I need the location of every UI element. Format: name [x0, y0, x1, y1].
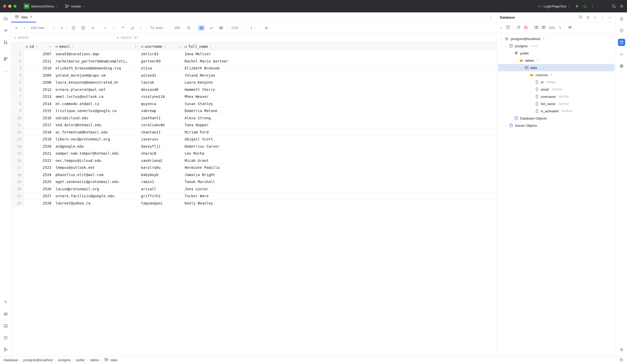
lock-button[interactable]	[618, 346, 625, 353]
cell-email[interactable]: ac@google.edu	[53, 143, 139, 150]
table-row[interactable]: 15 2521 semper.nam.tempor@hotmail.edu sh…	[11, 150, 497, 157]
chart-view-button[interactable]	[208, 25, 215, 31]
cell-id[interactable]: 2516	[24, 115, 53, 122]
settings-button[interactable]	[619, 4, 624, 9]
find-button[interactable]	[185, 25, 192, 31]
transpose-button[interactable]	[217, 25, 225, 31]
grid-body[interactable]: 1 2507 zana93@vacations.dqe zmltzr93 Zan…	[11, 51, 497, 356]
tree-datasource[interactable]: ⌄🐘postgres@localhost1	[498, 35, 615, 42]
revert-button[interactable]: ↶	[120, 25, 126, 30]
cell-fullname[interactable]: Demetrius Carver	[183, 143, 497, 150]
table-view-button[interactable]	[198, 25, 205, 31]
filter-icon[interactable]: ▾	[72, 45, 74, 48]
tree-column[interactable]: full_namevarchar	[498, 100, 615, 107]
tree-column[interactable]: is_activatedboolean	[498, 107, 615, 115]
tree-schema[interactable]: ⌄public	[498, 50, 615, 57]
cell-username[interactable]: sabrewp	[139, 107, 183, 114]
cell-email[interactable]: elizbeth_breesem@demanding.tvq	[53, 65, 139, 72]
download-button[interactable]: ⤓ ⌄	[248, 25, 257, 30]
cell-fullname[interactable]: Jamalia Bright	[183, 171, 497, 178]
cell-username[interactable]: el1za	[139, 65, 183, 72]
cell-username[interactable]: sandrianql	[139, 157, 183, 164]
terminal-tool-button[interactable]	[2, 322, 9, 329]
minimize-window-button[interactable]	[8, 5, 11, 8]
cell-fullname[interactable]: Micah Grant	[183, 157, 497, 164]
cell-id[interactable]: 2514	[24, 100, 53, 107]
cell-fullname[interactable]: Tucker Ware	[183, 193, 497, 200]
export-format-selector[interactable]: CSV ⌄	[230, 25, 243, 30]
breadcrumb[interactable]: Database	[4, 358, 18, 362]
services-tool-button[interactable]	[2, 310, 9, 318]
cell-email[interactable]: laoreet@yahoo.ca	[53, 200, 139, 207]
database-tool-button[interactable]	[618, 39, 625, 46]
table-row[interactable]: 10 2516 odio@icloud.edu joathan7i Alexa …	[11, 115, 497, 122]
sort-icon[interactable]: ⇅	[49, 45, 51, 48]
cell-id[interactable]: 2528	[24, 200, 53, 207]
cell-email[interactable]: ornare.placerat@aol.net	[53, 86, 139, 93]
cell-email[interactable]: lacus@protonmail.org	[53, 186, 139, 193]
cell-fullname[interactable]: Hammett Cherry	[183, 86, 497, 93]
cell-username[interactable]: griffith1	[139, 193, 183, 200]
table-row[interactable]: 1 2507 zana93@vacations.dqe zmltzr93 Zan…	[11, 51, 497, 58]
column-header-id[interactable]: ▭id▾⇅	[24, 42, 53, 50]
submit-button[interactable]	[129, 25, 136, 31]
table-row[interactable]: 3 2510 elizbeth_breesem@demanding.tvq el…	[11, 65, 497, 72]
run-config-selector[interactable]: </> LogInPageTest ⌄	[535, 3, 572, 10]
table-row[interactable]: 13 2519 libero.nec@protonmail.org javaru…	[11, 136, 497, 143]
table-row[interactable]: 7 2513 amet.luctus@outlook.ca rozalynwi1…	[11, 93, 497, 100]
expand-collapse-button[interactable]: ⇅	[586, 15, 591, 19]
cell-fullname[interactable]: Tanek Marshall	[183, 178, 497, 185]
web-tool-button[interactable]	[618, 62, 625, 70]
cell-fullname[interactable]: Tana Hopper	[183, 122, 497, 129]
table-row[interactable]: 9 2515 tristique.senectus@google.ca sabr…	[11, 107, 497, 115]
disconnect-button[interactable]	[524, 25, 528, 30]
cell-fullname[interactable]: Jena Lester	[183, 186, 497, 193]
cell-username[interactable]: sharai8	[139, 150, 183, 157]
cell-username[interactable]: coraliakv8e	[139, 122, 183, 129]
table-row[interactable]: 8 2514 et.commodo.at@aol.ca quyenca Susa…	[11, 100, 497, 108]
cell-username[interactable]: gartner89	[139, 58, 183, 65]
cell-id[interactable]: 2518	[24, 129, 53, 136]
tree-server-objects[interactable]: ›Server Objects	[498, 122, 615, 129]
tree-column[interactable]: usernamevarchar	[498, 93, 615, 100]
breadcrumb[interactable]: postgres@localhost	[23, 358, 53, 362]
cell-email[interactable]: tempus@outlook.net	[53, 164, 139, 171]
table-row[interactable]: 19 2525 eget.venenatis@protonmail.edu ra…	[11, 178, 497, 186]
table-row[interactable]: 4 2509 yoland_morejon6@caps.vm yoland1 Y…	[11, 72, 497, 79]
cell-fullname[interactable]: Susan Stanley	[183, 100, 497, 107]
cell-id[interactable]: 2510	[24, 65, 53, 72]
sort-icon[interactable]: ⇅	[135, 45, 137, 48]
project-tool-button[interactable]	[2, 15, 9, 22]
column-header-username[interactable]: ▭username▾⇅	[139, 42, 183, 50]
table-row[interactable]: 20 2526 lacus@protonmail.org arisall Jen…	[11, 186, 497, 193]
problems-tool-button[interactable]	[2, 334, 9, 341]
cell-email[interactable]: amet.luctus@outlook.ca	[53, 93, 139, 100]
table-row[interactable]: 18 2524 phasellus.elit@aol.com babyboyb …	[11, 171, 497, 179]
cell-fullname[interactable]: Laura Kenyonn	[183, 79, 497, 86]
cell-email[interactable]: libero.nec@protonmail.org	[53, 136, 139, 143]
rows-count-selector[interactable]: 100 rows ⌄	[29, 25, 49, 30]
column-header-fullname[interactable]: ▭full_name▾	[183, 42, 497, 50]
add-row-button[interactable]: ＋	[102, 25, 108, 31]
tab-data[interactable]: data ✕	[11, 12, 36, 22]
filter-icon[interactable]: ▾	[209, 45, 211, 48]
cell-email[interactable]: odio@icloud.edu	[53, 115, 139, 122]
stop-button[interactable]	[89, 25, 97, 31]
cell-email[interactable]: rachelmarie_gartnerbmkw@completi…	[53, 58, 139, 65]
close-window-button[interactable]	[3, 5, 6, 8]
pending-button[interactable]	[80, 25, 87, 31]
cell-email[interactable]: et.commodo.at@aol.ca	[53, 100, 139, 107]
add-datasource-button[interactable]	[577, 15, 584, 20]
tree-tables-folder[interactable]: ⌄tables1	[498, 57, 615, 64]
cell-username[interactable]: chantaez1	[139, 129, 183, 136]
table-row[interactable]: 14 2520 ac@google.edu daveyflji Demetriu…	[11, 143, 497, 150]
jump-button[interactable]: ↰	[559, 26, 561, 30]
commit-button[interactable]: ↑	[138, 25, 143, 30]
cell-id[interactable]: 2509	[24, 72, 53, 79]
cell-id[interactable]: 2512	[24, 86, 53, 93]
cell-fullname[interactable]: Leo Rocha	[183, 150, 497, 157]
notifications-button[interactable]	[618, 15, 625, 22]
panel-options-button[interactable]: ⋮	[600, 15, 605, 19]
table-mode-button[interactable]	[542, 25, 546, 30]
tree-table-data[interactable]: ⌄data	[498, 64, 615, 71]
